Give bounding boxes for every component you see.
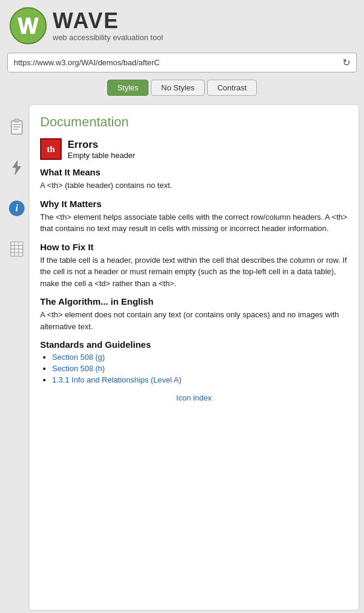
clipboard-icon[interactable] — [8, 119, 25, 135]
contrast-button[interactable]: Contrast — [207, 80, 257, 96]
wcag-131-link[interactable]: 1.3.1 Info and Relationships (Level A) — [52, 375, 181, 384]
sidebar-icons: i — [5, 104, 29, 611]
why-it-matters-heading: Why It Matters — [40, 199, 348, 209]
error-header: th Errors Empty table header — [40, 138, 348, 160]
section-508-h-link[interactable]: Section 508 (h) — [52, 364, 105, 373]
why-it-matters-body: The <th> element helps associate table c… — [40, 211, 348, 235]
view-toolbar: Styles No Styles Contrast — [0, 76, 364, 102]
standards-list: Section 508 (g) Section 508 (h) 1.3.1 In… — [40, 352, 348, 384]
lightning-icon[interactable] — [8, 159, 25, 176]
wave-logo-icon: W — [10, 7, 47, 44]
refresh-icon[interactable]: ↻ — [342, 57, 350, 68]
svg-text:W: W — [18, 14, 38, 38]
icon-index-container: Icon index — [40, 393, 348, 402]
svg-rect-2 — [11, 121, 22, 134]
svg-rect-3 — [14, 119, 19, 122]
section-508-g-link[interactable]: Section 508 (g) — [52, 353, 105, 362]
wave-branding: WAVE web accessibility evaluation tool — [53, 10, 163, 42]
svg-marker-7 — [13, 160, 21, 175]
url-text: https://www.w3.org/WAI/demos/bad/afterC — [14, 58, 339, 67]
algorithm-body: A <th> element does not contain any text… — [40, 309, 348, 332]
how-to-fix-heading: How to Fix It — [40, 242, 348, 252]
error-name: Empty table header — [68, 151, 135, 160]
styles-button[interactable]: Styles — [107, 80, 148, 96]
what-it-means-body: A <th> (table header) contains no text. — [40, 180, 348, 192]
what-it-means-heading: What It Means — [40, 167, 348, 177]
list-item: 1.3.1 Info and Relationships (Level A) — [52, 375, 348, 384]
info-icon[interactable]: i — [8, 200, 25, 217]
standards-heading: Standards and Guidelines — [40, 339, 348, 350]
error-icon-label: th — [47, 144, 54, 154]
url-bar-container: https://www.w3.org/WAI/demos/bad/afterC … — [0, 49, 364, 76]
list-item: Section 508 (g) — [52, 352, 348, 362]
doc-title: Documentation — [40, 114, 348, 130]
error-title-block: Errors Empty table header — [68, 139, 135, 160]
info-circle-icon: i — [9, 201, 25, 216]
url-bar[interactable]: https://www.w3.org/WAI/demos/bad/afterC … — [7, 53, 357, 72]
icon-index-link[interactable]: Icon index — [176, 393, 211, 402]
no-styles-button[interactable]: No Styles — [151, 80, 205, 96]
content-area: i Documentation th — [0, 102, 364, 613]
document-icon[interactable] — [8, 241, 25, 257]
documentation-panel: Documentation th Errors Empty table head… — [29, 104, 359, 611]
wave-subtitle: web accessibility evaluation tool — [53, 33, 163, 42]
error-icon: th — [40, 138, 62, 160]
error-category: Errors — [68, 139, 135, 151]
algorithm-heading: The Algorithm... in English — [40, 296, 348, 306]
list-item: Section 508 (h) — [52, 363, 348, 373]
app-header: W WAVE web accessibility evaluation tool — [0, 0, 364, 49]
how-to-fix-body: If the table cell is a header, provide t… — [40, 254, 348, 290]
wave-title: WAVE — [53, 10, 163, 32]
